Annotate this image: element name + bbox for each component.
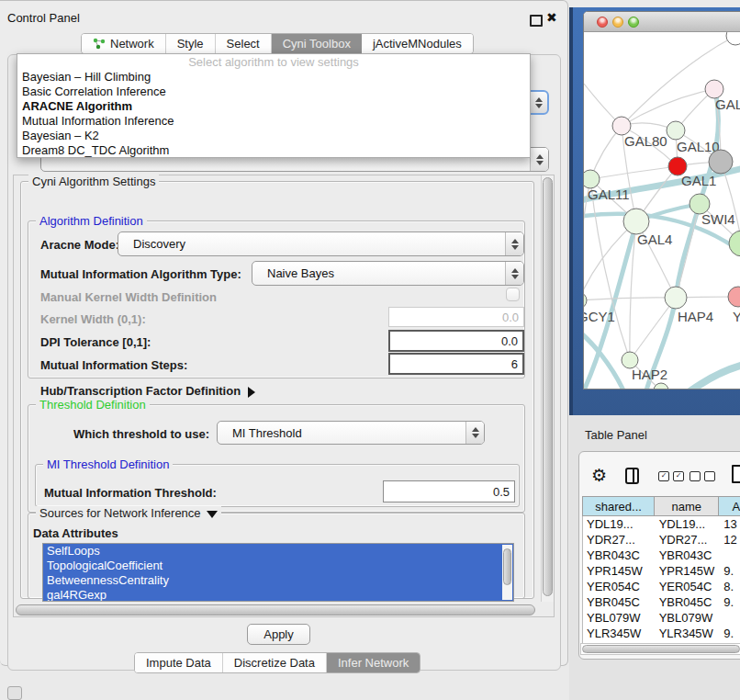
table-row[interactable]: YDR27...YDR27...12 xyxy=(583,532,740,548)
kernel-width-field[interactable]: 0.0 xyxy=(388,307,524,327)
column-browser-icon[interactable] xyxy=(625,468,639,484)
scrollbar-thumb[interactable] xyxy=(543,177,553,596)
scrollbar-thumb[interactable] xyxy=(503,548,511,585)
table-row[interactable]: YDL19...YDL19...13 xyxy=(583,516,740,532)
table-row[interactable]: YBR045CYBR045C9. xyxy=(583,594,740,610)
table-cell[interactable]: 12 xyxy=(720,533,740,547)
new-table-icon[interactable] xyxy=(732,465,740,483)
sources-group-title[interactable]: Sources for Network Inference xyxy=(36,506,221,520)
algorithm-option[interactable]: Basic Correlation Inference xyxy=(17,85,530,99)
table-cell[interactable]: 9. xyxy=(720,627,740,640)
attribute-item[interactable]: SelfLoops xyxy=(43,544,513,559)
combo-stepper[interactable] xyxy=(505,232,523,255)
tab-impute-data[interactable]: Impute Data xyxy=(135,653,223,672)
table-cell[interactable]: 13 xyxy=(720,517,740,531)
apply-button[interactable]: Apply xyxy=(247,624,310,645)
column-header-name[interactable]: name xyxy=(655,497,719,515)
table-cell[interactable]: YDR27... xyxy=(656,533,721,547)
network-node[interactable] xyxy=(726,32,740,45)
network-node[interactable] xyxy=(654,383,668,390)
network-node[interactable] xyxy=(729,231,740,256)
mi-algorithm-type-combobox[interactable]: Naive Bayes xyxy=(252,261,524,286)
combo-stepper[interactable] xyxy=(465,422,484,444)
tab-jactivemnodules[interactable]: jActiveMNodules xyxy=(362,34,473,53)
table-cell[interactable]: 9. xyxy=(720,595,740,609)
table-row[interactable]: YBR043CYBR043C xyxy=(583,548,740,563)
table-cell[interactable]: YBR045C xyxy=(583,595,656,609)
hub-definition-toggle[interactable]: Hub/Transcription Factor Definition xyxy=(40,384,255,398)
float-icon[interactable] xyxy=(530,15,543,27)
network-canvas[interactable]: GALGAL80GAL10GAL1GAL11SWI4GAL4GCY1HAP4YH… xyxy=(584,32,740,390)
table-cell[interactable]: YER054C xyxy=(583,580,656,593)
attribute-item[interactable]: TopologicalCoefficient xyxy=(43,559,513,573)
table-cell[interactable]: YBR045C xyxy=(656,595,721,609)
inference-algorithm-combobox-stepper[interactable] xyxy=(529,90,549,115)
minimize-traffic-light[interactable] xyxy=(612,17,623,28)
select-all-columns-icon[interactable]: ✓✓ xyxy=(658,471,684,481)
unselect-all-columns-icon[interactable] xyxy=(690,471,715,481)
table-cell[interactable]: 9. xyxy=(720,564,740,578)
network-node-gal80[interactable] xyxy=(612,117,631,135)
manual-kernel-width-checkbox[interactable] xyxy=(506,288,520,301)
table-cell[interactable]: YDL19... xyxy=(583,517,656,531)
mi-threshold-field[interactable]: 0.5 xyxy=(383,480,515,502)
table-cell[interactable]: YBR043C xyxy=(656,548,721,562)
network-window-titlebar[interactable] xyxy=(584,12,740,32)
scrollbar-thumb[interactable] xyxy=(582,645,740,653)
list-scrollbar[interactable] xyxy=(502,545,512,600)
close-icon[interactable]: ✖ xyxy=(546,10,557,25)
tab-discretize-data[interactable]: Discretize Data xyxy=(223,653,327,672)
table-cell[interactable]: YDR27... xyxy=(583,533,656,547)
table-row[interactable]: YLR345WYLR345W9. xyxy=(583,626,740,641)
close-traffic-light[interactable] xyxy=(597,17,608,28)
aracne-mode-combobox[interactable]: Discovery xyxy=(118,231,524,256)
tab-network[interactable]: Network xyxy=(82,34,166,53)
table-cell[interactable]: YBR043C xyxy=(583,548,656,562)
network-node-gcy1[interactable] xyxy=(584,292,587,309)
which-threshold-combobox[interactable]: MI Threshold xyxy=(217,421,485,445)
network-node-hap4[interactable] xyxy=(665,287,687,309)
table-horizontal-scrollbar[interactable] xyxy=(580,643,740,655)
network-node[interactable] xyxy=(709,150,733,174)
network-node-y[interactable] xyxy=(728,287,740,307)
minimized-panel-icon[interactable] xyxy=(7,686,22,700)
table-cell[interactable]: YPR145W xyxy=(583,564,656,578)
table-cell[interactable]: YLR345W xyxy=(656,627,721,640)
data-attributes-list[interactable]: SelfLoopsTopologicalCoefficientBetweenne… xyxy=(42,543,514,602)
attribute-item[interactable]: BetweennessCentrality xyxy=(43,573,513,588)
algorithm-option[interactable]: ARACNE Algorithm xyxy=(17,99,530,114)
table-row[interactable]: YBL079WYBL079W xyxy=(583,610,740,626)
dpi-tolerance-field[interactable]: 0.0 xyxy=(388,330,524,352)
tab-cyni-toolbox[interactable]: Cyni Toolbox xyxy=(272,34,362,53)
table-cell[interactable]: YBL079W xyxy=(583,611,656,625)
table-cell[interactable]: YDL19... xyxy=(656,517,721,531)
network-node-gal4[interactable] xyxy=(623,209,649,234)
vertical-scrollbar[interactable] xyxy=(541,175,554,602)
algorithm-option[interactable]: Bayesian – K2 xyxy=(17,129,530,143)
scrollbar-thumb[interactable] xyxy=(16,604,535,615)
network-node-gal10[interactable] xyxy=(667,121,685,140)
combo-stepper[interactable] xyxy=(505,262,523,285)
column-header-a[interactable]: A xyxy=(719,497,740,515)
horizontal-scrollbar[interactable] xyxy=(15,604,538,616)
tab-select[interactable]: Select xyxy=(216,34,272,53)
column-header-shared[interactable]: shared... xyxy=(583,497,655,515)
table-cell[interactable]: YBL079W xyxy=(656,611,721,625)
table-cell[interactable]: YLR345W xyxy=(583,627,656,640)
network-node-gal[interactable] xyxy=(705,80,723,98)
gear-icon[interactable]: ⚙ xyxy=(591,465,607,485)
attribute-item[interactable]: gal4RGexp xyxy=(43,588,513,602)
mi-steps-field[interactable]: 6 xyxy=(388,353,524,375)
table-row[interactable]: YPR145WYPR145W9. xyxy=(583,563,740,579)
table-row[interactable]: YER054CYER054C8. xyxy=(583,579,740,594)
tab-infer-network[interactable]: Infer Network xyxy=(327,653,420,672)
table-cell[interactable]: YPR145W xyxy=(656,564,721,578)
table-cell[interactable]: YER054C xyxy=(656,580,721,593)
algorithm-option[interactable]: Dream8 DC_TDC Algorithm xyxy=(17,143,530,158)
tab-style[interactable]: Style xyxy=(166,34,216,53)
zoom-traffic-light[interactable] xyxy=(628,17,639,28)
network-node-gal11[interactable] xyxy=(584,170,600,188)
algorithm-option[interactable]: Bayesian – Hill Climbing xyxy=(17,70,530,85)
combo-stepper[interactable] xyxy=(530,148,548,171)
algorithm-option[interactable]: Mutual Information Inference xyxy=(17,114,530,129)
